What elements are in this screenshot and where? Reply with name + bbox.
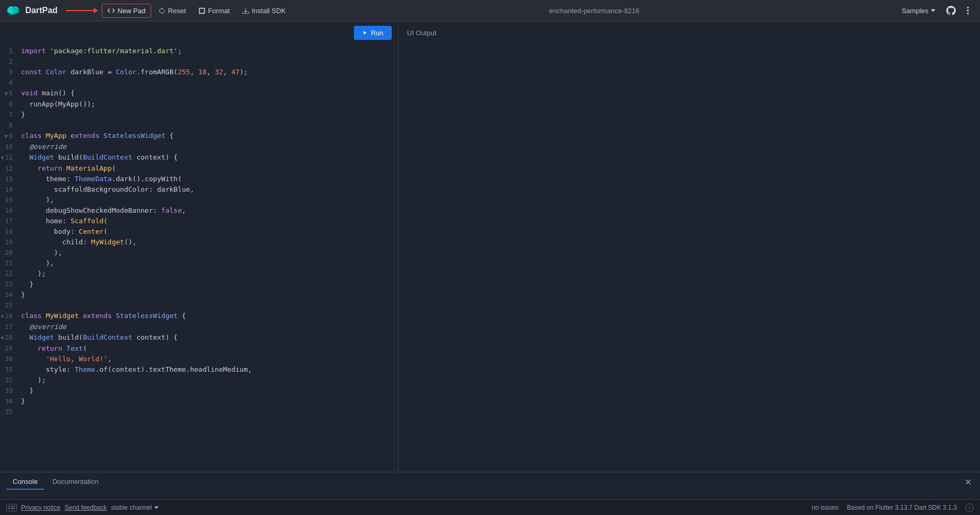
line-content: ),	[21, 195, 398, 205]
code-line: 21 ),	[0, 258, 398, 269]
line-content: child: MyWidget(),	[21, 237, 398, 247]
line-number: ▼9	[0, 131, 21, 142]
run-button[interactable]: Run	[354, 26, 392, 40]
chevron-down-icon	[154, 505, 159, 510]
code-line: ▼5void main() {	[0, 88, 398, 99]
line-number: 13	[0, 174, 21, 184]
line-content: const Color darkBlue = Color.fromARGB(25…	[21, 67, 398, 77]
code-line: 22 );	[0, 269, 398, 279]
line-content: }	[21, 396, 398, 407]
line-number: 10	[0, 142, 21, 152]
editor-panel: Run 1import 'package:flutter/material.da…	[0, 22, 399, 472]
line-content: }	[21, 385, 398, 396]
line-number: 16	[0, 205, 21, 216]
line-number: 33	[0, 385, 21, 396]
line-content: runApp(MyApp());	[21, 99, 398, 110]
code-line: 8	[0, 120, 398, 131]
close-panel-icon[interactable]: ✕	[963, 475, 974, 489]
header: DartPad New Pad Reset Format Install SDK…	[0, 0, 980, 22]
line-content: Widget build(BuildContext context) {	[21, 152, 398, 163]
channel-label: stable channel	[111, 504, 152, 511]
tab-documentation[interactable]: Documentation	[46, 474, 105, 490]
download-icon	[242, 7, 249, 14]
line-content: class MyWidget extends StatelessWidget {	[21, 311, 398, 321]
line-number: 18	[0, 226, 21, 237]
line-number: 24	[0, 290, 21, 300]
new-pad-button[interactable]: New Pad	[102, 4, 151, 18]
project-name: enchanted-performance-8216	[293, 7, 896, 15]
code-editor[interactable]: 1import 'package:flutter/material.dart';…	[0, 44, 398, 472]
line-content: }	[21, 290, 398, 300]
code-line: 33 }	[0, 385, 398, 396]
flutter-info-text: Based on Flutter 3.13.7 Dart SDK 3.1.3	[847, 504, 957, 511]
line-content: scaffoldBackgroundColor: darkBlue,	[21, 184, 398, 195]
format-button[interactable]: Format	[193, 4, 235, 17]
more-options-icon[interactable]	[962, 5, 974, 16]
line-number: 32	[0, 375, 21, 385]
line-number: 15	[0, 195, 21, 205]
tab-console[interactable]: Console	[6, 474, 44, 490]
line-number: 34	[0, 396, 21, 407]
play-icon	[362, 29, 368, 36]
line-number: ▼5	[0, 88, 21, 99]
output-title: UI Output	[399, 22, 980, 44]
code-line: 3const Color darkBlue = Color.fromARGB(2…	[0, 67, 398, 77]
status-right: no issues Based on Flutter 3.13.7 Dart S…	[812, 503, 974, 512]
format-icon	[199, 7, 205, 14]
code-line: 29 return Text(	[0, 343, 398, 354]
line-content: debugShowCheckedModeBanner: false,	[21, 205, 398, 216]
code-line: ▼11 Widget build(BuildContext context) {	[0, 152, 398, 163]
code-line: 18 body: Center(	[0, 226, 398, 237]
line-number: 25	[0, 300, 21, 311]
code-line: 15 ),	[0, 195, 398, 205]
no-issues-text: no issues	[812, 504, 839, 511]
line-number: 31	[0, 364, 21, 375]
code-line: 17 home: Scaffold(	[0, 216, 398, 226]
line-content: class MyApp extends StatelessWidget {	[21, 131, 398, 141]
install-sdk-button[interactable]: Install SDK	[237, 4, 291, 17]
line-number: 6	[0, 99, 21, 110]
run-label: Run	[371, 29, 383, 37]
reset-button[interactable]: Reset	[153, 4, 191, 17]
line-number: 17	[0, 216, 21, 226]
code-line: 27 @override	[0, 322, 398, 332]
line-content: @override	[21, 322, 398, 332]
header-right: Samples	[897, 5, 974, 17]
status-bar: Privacy notice Send feedback stable chan…	[0, 499, 980, 515]
keyboard-icon	[6, 504, 17, 511]
code-line: ▼28 Widget build(BuildContext context) {	[0, 332, 398, 343]
main-area: Run 1import 'package:flutter/material.da…	[0, 22, 980, 472]
privacy-notice-link[interactable]: Privacy notice	[21, 504, 61, 511]
line-number: ▼26	[0, 311, 21, 322]
line-number: 21	[0, 258, 21, 269]
line-content: Widget build(BuildContext context) {	[21, 332, 398, 343]
line-content: style: Theme.of(context).textTheme.headl…	[21, 364, 398, 375]
channel-selector[interactable]: stable channel	[111, 504, 159, 511]
line-number: ▼11	[0, 152, 21, 163]
code-line: 24}	[0, 290, 398, 300]
code-line: 7}	[0, 110, 398, 120]
code-line: 12 return MaterialApp(	[0, 163, 398, 174]
bottom-panel: Console Documentation ✕	[0, 472, 980, 499]
code-line: 6 runApp(MyApp());	[0, 99, 398, 110]
line-number: 14	[0, 184, 21, 195]
code-line: 19 child: MyWidget(),	[0, 237, 398, 247]
output-panel: UI Output	[399, 22, 980, 472]
samples-label: Samples	[902, 7, 928, 15]
info-icon[interactable]: i	[965, 503, 974, 512]
logo-text: DartPad	[25, 6, 57, 15]
github-icon[interactable]	[945, 5, 957, 16]
code-line: 4	[0, 77, 398, 88]
code-line: 35	[0, 407, 398, 417]
line-number: 20	[0, 247, 21, 258]
send-feedback-link[interactable]: Send feedback	[65, 504, 107, 511]
code-line: 14 scaffoldBackgroundColor: darkBlue,	[0, 184, 398, 195]
code-icon	[107, 7, 115, 14]
samples-button[interactable]: Samples	[897, 5, 940, 17]
arrow-indicator	[66, 10, 97, 11]
logo-area: DartPad	[6, 3, 57, 18]
code-line: 16 debugShowCheckedModeBanner: false,	[0, 205, 398, 216]
line-number: 8	[0, 120, 21, 131]
code-line: 13 theme: ThemeData.dark().copyWith(	[0, 174, 398, 184]
line-content: theme: ThemeData.dark().copyWith(	[21, 174, 398, 184]
